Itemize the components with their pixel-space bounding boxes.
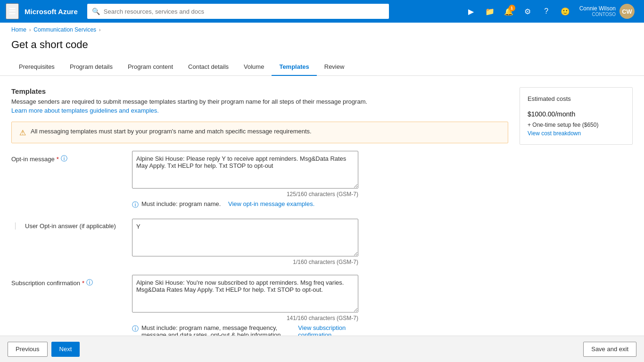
opt-in-hint: ⓘ Must include: program name. View opt-i… [132, 200, 358, 209]
templates-description: Message senders are required to submit m… [11, 98, 508, 105]
user-opt-in-label-text: User Opt-in answer (if applicable) [15, 222, 116, 230]
top-navigation: ☰ Microsoft Azure 🔍 ▶ 📁 🔔 1 ⚙ ? 🙂 Connie… [0, 0, 644, 23]
opt-in-message-row: Opt-in message * ⓘ Alpine Ski House: Ple… [11, 151, 508, 209]
azure-logo: Microsoft Azure [25, 8, 78, 16]
warning-icon: ⚠ [19, 128, 26, 137]
notification-badge: 1 [509, 5, 515, 11]
save-exit-button[interactable]: Save and exit [583, 342, 636, 357]
cost-amount: $1000.00/month [528, 105, 625, 120]
opt-in-hint-icon: ⓘ [132, 201, 139, 209]
subscription-confirmation-textarea[interactable]: Alpine Ski House: You're now subscribed … [132, 275, 358, 313]
cloud-shell-button[interactable]: ▶ [462, 3, 479, 20]
previous-button[interactable]: Previous [8, 342, 48, 357]
wizard-tabs: Prerequisites Program details Program co… [0, 58, 644, 76]
hamburger-menu-button[interactable]: ☰ [6, 3, 19, 19]
learn-more-link[interactable]: Learn more about templates guidelines an… [11, 107, 159, 114]
user-name: Connie Wilson [579, 5, 616, 12]
breadcrumb-sep-2: › [99, 27, 100, 33]
subscription-char-count: 141/160 characters (GSM-7) [132, 315, 358, 321]
cost-breakdown-link[interactable]: View cost breakdown [528, 130, 625, 137]
subscription-confirmation-row: Subscription confirmation * ⓘ Alpine Ski… [11, 275, 508, 346]
next-button[interactable]: Next [51, 342, 80, 357]
search-input[interactable] [104, 8, 384, 15]
user-profile-menu[interactable]: Connie Wilson CONTOSO CW [576, 2, 638, 21]
breadcrumb-service[interactable]: Communication Services [33, 26, 96, 33]
content-left: Templates Message senders are required t… [11, 87, 508, 355]
tab-volume[interactable]: Volume [236, 58, 272, 76]
breadcrumb-sep-1: › [29, 27, 31, 33]
opt-in-examples-link[interactable]: View opt-in message examples. [228, 200, 314, 207]
warning-box: ⚠ All messaging templates must start by … [11, 122, 508, 143]
topnav-icon-group: ▶ 📁 🔔 1 ⚙ ? 🙂 Connie Wilson CONTOSO CW [462, 2, 638, 21]
user-opt-in-group: User Opt-in answer (if applicable) Y 1/1… [11, 219, 508, 265]
page-title: Get a short code [11, 39, 633, 51]
search-bar[interactable]: 🔍 [87, 4, 389, 19]
tab-program-content[interactable]: Program content [120, 58, 181, 76]
tab-contact-details[interactable]: Contact details [181, 58, 236, 76]
subscription-required-marker: * [82, 280, 84, 287]
user-opt-in-input-wrapper: Y 1/160 characters (GSM-7) [132, 219, 358, 265]
subscription-confirmation-group: Subscription confirmation * ⓘ Alpine Ski… [11, 275, 508, 346]
main-content: Templates Message senders are required t… [0, 76, 644, 362]
opt-in-message-textarea[interactable]: Alpine Ski House: Please reply Y to rece… [132, 151, 358, 189]
cost-setup-fee: + One-time setup fee ($650) [528, 122, 625, 128]
breadcrumb-home[interactable]: Home [11, 26, 26, 33]
opt-in-char-count: 125/160 characters (GSM-7) [132, 191, 358, 197]
subscription-input-wrapper: Alpine Ski House: You're now subscribed … [132, 275, 358, 346]
avatar: CW [619, 4, 635, 19]
tab-program-details[interactable]: Program details [62, 58, 120, 76]
tab-review[interactable]: Review [317, 58, 352, 76]
page-header: Get a short code [0, 37, 644, 58]
tab-templates[interactable]: Templates [272, 58, 316, 76]
subscription-confirmation-label: Subscription confirmation * ⓘ [11, 275, 124, 287]
user-org: CONTOSO [579, 12, 616, 17]
help-button[interactable]: ? [538, 3, 555, 20]
subscription-info-icon[interactable]: ⓘ [86, 279, 93, 287]
templates-section-title: Templates [11, 87, 508, 95]
notifications-button[interactable]: 🔔 1 [500, 3, 517, 20]
user-opt-in-char-count: 1/160 characters (GSM-7) [132, 259, 358, 265]
warning-text: All messaging templates must start by yo… [31, 128, 312, 135]
cost-card: Estimated costs $1000.00/month + One-tim… [520, 87, 633, 145]
subscription-hint-icon: ⓘ [132, 325, 139, 333]
feedback-button[interactable]: 🙂 [557, 3, 574, 20]
opt-in-message-label: Opt-in message * ⓘ [11, 151, 124, 163]
opt-in-required-marker: * [57, 156, 59, 163]
user-opt-in-textarea[interactable]: Y [132, 219, 358, 256]
directory-button[interactable]: 📁 [481, 3, 498, 20]
breadcrumb: Home › Communication Services › [0, 23, 644, 37]
bottom-navigation-bar: Previous Next Save and exit [0, 336, 644, 362]
settings-button[interactable]: ⚙ [519, 3, 536, 20]
opt-in-message-group: Opt-in message * ⓘ Alpine Ski House: Ple… [11, 151, 508, 209]
opt-in-hint-text: Must include: program name. [141, 200, 221, 207]
opt-in-info-icon[interactable]: ⓘ [61, 155, 67, 163]
opt-in-input-wrapper: Alpine Ski House: Please reply Y to rece… [132, 151, 358, 209]
user-opt-in-row: User Opt-in answer (if applicable) Y 1/1… [11, 219, 508, 265]
search-icon: 🔍 [92, 8, 100, 15]
cost-label: Estimated costs [528, 95, 625, 102]
tab-prerequisites[interactable]: Prerequisites [11, 58, 62, 76]
cost-card-container: Estimated costs $1000.00/month + One-tim… [520, 87, 633, 355]
user-opt-in-label: User Opt-in answer (if applicable) [11, 219, 124, 230]
